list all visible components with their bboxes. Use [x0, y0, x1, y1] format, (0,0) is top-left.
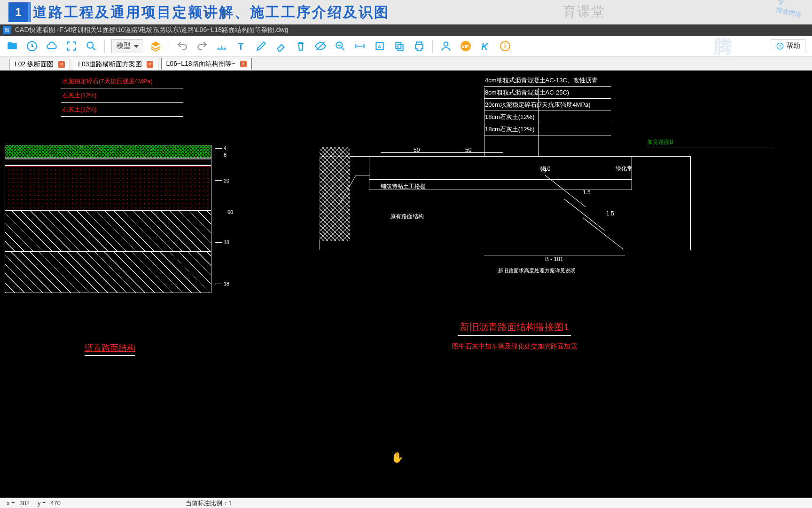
layer-label: 18cm石灰土(12%) [484, 123, 611, 135]
find-button[interactable] [334, 40, 347, 53]
zoom-button[interactable] [85, 40, 98, 53]
tab-label: L02 纵断面图 [15, 60, 54, 69]
dimension-column: 4 8 20 60 18 18 [215, 145, 233, 304]
course-banner: 1 道路工程及通用项目定额讲解、施工工序介绍及识图 育课堂 专博睿网络 [0, 0, 812, 24]
tab-label: L06~L18路面结构图等~ [166, 60, 235, 68]
joint-cross-section: 50 50 10 暗 沟 铺筑特粘土工格栅 原有路面结构 绿化带 1.5 1.5… [320, 147, 710, 307]
close-tab-icon[interactable]: × [58, 61, 65, 68]
drawing-canvas[interactable]: 水泥稳定碎石(7天抗压强度4MPa) 石灰土(12%) 石灰土(12%) 4 8… [0, 71, 812, 498]
status-bar: x = 382 y = 470 当前标注比例：1 [0, 498, 812, 508]
svg-text:VIP: VIP [461, 44, 469, 49]
layer-label: 石灰土(12%) [61, 103, 183, 117]
cloud-button[interactable] [45, 40, 58, 53]
svg-text:?: ? [779, 43, 782, 48]
toolbar-separator [104, 40, 105, 53]
help-button[interactable]: ? 帮助 [771, 40, 805, 52]
right-drawing-title: 新旧沥青路面结构搭接图1 [458, 321, 570, 336]
layer-label: 石灰土(12%) [61, 88, 183, 103]
left-pavement-drawing: 水泥稳定碎石(7天抗压强度4MPa) 石灰土(12%) 石灰土(12%) 4 8… [5, 74, 240, 117]
svg-rect-6 [396, 42, 401, 48]
corner-watermark: 专博睿网络 [775, 0, 804, 19]
info-button[interactable]: i [499, 40, 512, 53]
dim-b: B - 101 [545, 256, 563, 262]
doc-tab-active[interactable]: L06~L18路面结构图等~ × [161, 58, 252, 70]
app-title-bar: 图 CAD快速看图 - F:\4培训相关\1面授\10道路\电场东路以东\道路\… [0, 24, 812, 36]
layer-label: 8cm粗粒式沥青混凝土AC-25C) [484, 87, 611, 99]
old-label: 原有路面结构 [390, 213, 424, 221]
right-joint-drawing: 4cm细粒式沥青混凝土AC-13C、改性沥青 8cm粗粒式沥青混凝土AC-25C… [320, 74, 710, 351]
print-button[interactable] [413, 40, 426, 53]
main-toolbar: 模型 T A VIP K i 腾 ? 帮助 [0, 36, 812, 56]
left-drawing-title: 沥青路面结构 [85, 342, 135, 356]
file-path: F:\4培训相关\1面授\10道路\电场东路以东\道路\L06~L18路面结构图… [59, 26, 288, 34]
app-icon: 图 [3, 26, 11, 34]
area-button[interactable]: A [373, 40, 386, 53]
new-label: 绿化带 [616, 165, 632, 173]
k-tool-button[interactable]: K [479, 40, 492, 53]
svg-point-1 [87, 42, 93, 48]
right-layer-labels: 4cm细粒式沥青混凝土AC-13C、改性沥青 8cm粗粒式沥青混凝土AC-25C… [320, 74, 710, 135]
close-tab-icon[interactable]: × [147, 61, 153, 68]
account-button[interactable] [439, 40, 453, 53]
layer-lime-soil-1 [5, 210, 211, 252]
open-file-button[interactable] [6, 40, 19, 53]
close-tab-icon[interactable]: × [240, 61, 247, 67]
copy-button[interactable] [393, 40, 406, 53]
course-title: 道路工程及通用项目定额讲解、施工工序介绍及识图 [33, 3, 390, 22]
svg-rect-7 [398, 44, 403, 50]
text-tool-button[interactable]: T [235, 40, 248, 53]
measure-button[interactable] [215, 40, 228, 53]
undo-button[interactable] [176, 40, 189, 53]
layer-label: 18cm石灰土(12%) [484, 111, 611, 123]
svg-text:i: i [504, 42, 506, 50]
toolbar-separator [169, 40, 169, 53]
scale-indicator: 当前标注比例：1 [186, 499, 232, 508]
toolbar-separator [432, 40, 433, 53]
layer-label: 4cm细粒式沥青混凝土AC-13C、改性沥青 [484, 74, 611, 87]
vip-button[interactable]: VIP [459, 40, 472, 53]
soil-label: 铺筑特粘土工格栅 [381, 183, 426, 190]
layer-cement-base [5, 166, 211, 210]
eraser-button[interactable] [274, 40, 288, 53]
conn-label: 暗 沟 [539, 161, 547, 162]
svg-point-8 [444, 42, 448, 46]
app-name: CAD快速看图 - [15, 26, 59, 34]
svg-text:T: T [238, 41, 243, 51]
delete-button[interactable] [294, 40, 307, 53]
watermark-text: 育课堂 [563, 3, 605, 21]
dimension-button[interactable] [353, 40, 367, 53]
layer-asphalt-top [5, 145, 211, 158]
doc-tab[interactable]: L02 纵断面图 × [9, 58, 70, 70]
doc-tab[interactable]: L03道路横断面方案图 × [73, 58, 158, 70]
tab-label: L03道路横断面方案图 [78, 60, 141, 69]
hide-button[interactable] [314, 40, 327, 53]
caption: 新旧路面求高度处理方案详见说明 [498, 267, 576, 274]
fit-screen-button[interactable] [65, 40, 78, 53]
pavement-cross-section [5, 145, 211, 293]
document-tabs: L02 纵断面图 × L03道路横断面方案图 × L06~L18路面结构图等~ … [0, 56, 812, 71]
cursor-coordinates: x = 382 y = 470 [7, 500, 63, 507]
svg-text:K: K [481, 41, 489, 51]
lesson-number-badge: 1 [8, 2, 28, 22]
svg-text:A: A [378, 44, 382, 49]
view-mode-select[interactable]: 模型 [111, 39, 142, 53]
layer-label: 20cm水泥稳定碎石(7天抗压强度4MPa) [484, 99, 611, 111]
dim-10: 10 [544, 166, 550, 172]
recent-button[interactable] [25, 40, 39, 53]
redo-button[interactable] [195, 40, 209, 53]
layer-label: 水泥稳定碎石(7天抗压强度4MPa) [61, 74, 183, 88]
layers-button[interactable] [149, 40, 162, 53]
left-layer-labels: 水泥稳定碎石(7天抗压强度4MPa) 石灰土(12%) 石灰土(12%) [61, 74, 240, 117]
draw-tool-button[interactable] [255, 40, 268, 53]
layer-lime-soil-2 [5, 252, 211, 293]
right-drawing-subtitle: 图中石灰中加车辆及绿化处交加的路面加宽 [320, 342, 710, 351]
layer-asphalt-mid [5, 158, 211, 166]
pan-cursor-icon: ✋ [391, 452, 404, 464]
tencent-watermark-icon: 腾 [713, 34, 760, 57]
